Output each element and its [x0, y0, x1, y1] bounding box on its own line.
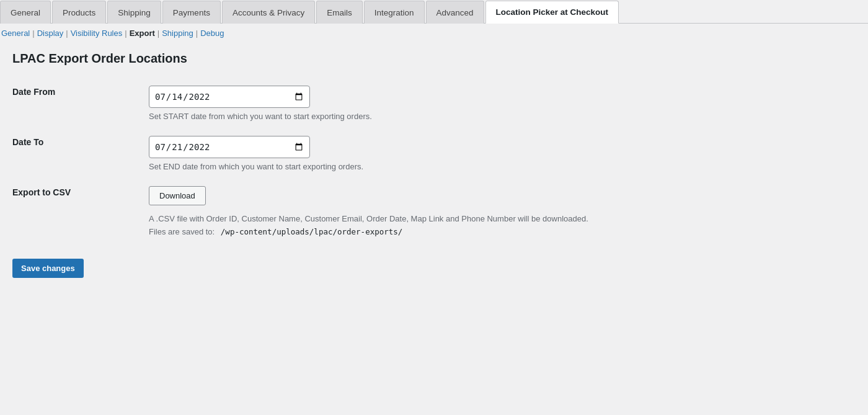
form-table: Date From Set START date from which you … [12, 78, 856, 246]
subnav-general[interactable]: General [1, 29, 30, 38]
date-to-description: Set END date from which you want to star… [149, 162, 856, 171]
date-from-row: Date From Set START date from which you … [12, 78, 856, 128]
sep-5: | [196, 29, 198, 38]
sub-nav: General | Display | Visibility Rules | E… [0, 24, 868, 42]
tab-general[interactable]: General [0, 1, 51, 24]
files-saved-text: Files are saved to: [149, 227, 215, 236]
tab-advanced[interactable]: Advanced [426, 1, 484, 24]
main-content: LPAC Export Order Locations Date From Se… [0, 42, 868, 288]
page-title: LPAC Export Order Locations [12, 51, 856, 66]
download-button[interactable]: Download [149, 186, 206, 205]
date-to-label: Date To [12, 128, 149, 179]
subnav-visibility-rules[interactable]: Visibility Rules [71, 29, 123, 38]
tab-accounts-privacy[interactable]: Accounts & Privacy [222, 1, 315, 24]
date-from-field: Set START date from which you want to st… [149, 78, 856, 128]
date-to-field: Set END date from which you want to star… [149, 128, 856, 179]
date-from-description: Set START date from which you want to st… [149, 112, 856, 121]
sep-1: | [32, 29, 34, 38]
export-path: /wp-content/uploads/lpac/order-exports/ [217, 226, 407, 238]
export-description-text: A .CSV file with Order ID, Customer Name… [149, 214, 588, 223]
tab-integration[interactable]: Integration [364, 1, 425, 24]
export-csv-row: Export to CSV Download A .CSV file with … [12, 179, 856, 246]
sep-2: | [66, 29, 68, 38]
subnav-shipping[interactable]: Shipping [162, 29, 193, 38]
subnav-display[interactable]: Display [37, 29, 64, 38]
save-changes-button[interactable]: Save changes [12, 259, 84, 278]
top-nav: General Products Shipping Payments Accou… [0, 0, 868, 24]
export-csv-label: Export to CSV [12, 179, 149, 246]
date-from-label: Date From [12, 78, 149, 128]
export-csv-field: Download A .CSV file with Order ID, Cust… [149, 179, 856, 246]
sep-3: | [125, 29, 126, 38]
date-from-input[interactable] [149, 86, 310, 108]
export-description: A .CSV file with Order ID, Customer Name… [149, 213, 856, 239]
tab-emails[interactable]: Emails [316, 1, 363, 24]
tab-payments[interactable]: Payments [162, 1, 221, 24]
sep-4: | [157, 29, 159, 38]
tab-shipping[interactable]: Shipping [107, 1, 161, 24]
subnav-debug[interactable]: Debug [200, 29, 224, 38]
tab-products[interactable]: Products [52, 1, 106, 24]
date-to-row: Date To Set END date from which you want… [12, 128, 856, 179]
tab-location-picker[interactable]: Location Picker at Checkout [485, 1, 619, 24]
date-to-input[interactable] [149, 136, 310, 158]
subnav-export[interactable]: Export [130, 29, 155, 38]
